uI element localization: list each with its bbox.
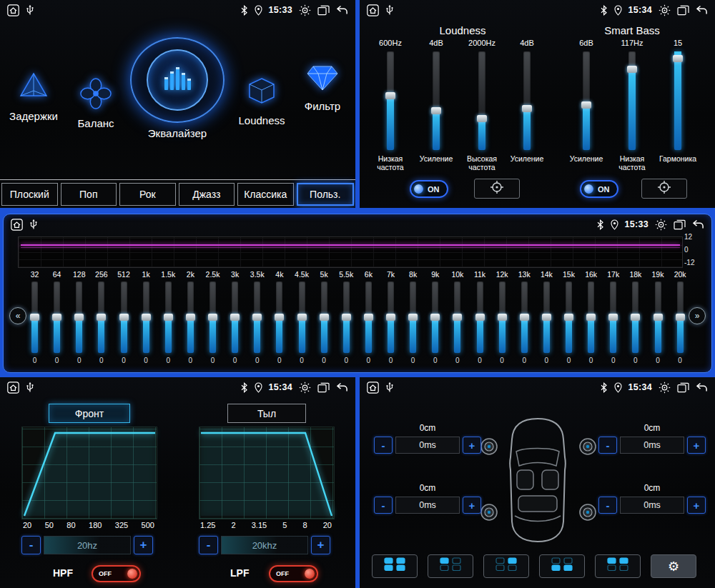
vertical-slider[interactable] — [674, 51, 681, 150]
recents-icon[interactable] — [674, 219, 686, 230]
slider-thumb[interactable] — [52, 314, 61, 321]
eq-band-slider[interactable] — [209, 281, 216, 353]
eq-band-slider[interactable] — [588, 281, 594, 353]
eq-band-slider[interactable] — [365, 281, 372, 353]
delay-minus-button[interactable]: - — [598, 497, 617, 514]
delay-plus-button[interactable]: + — [687, 497, 706, 514]
home-icon[interactable] — [7, 4, 19, 16]
recents-icon[interactable] — [677, 5, 689, 16]
slider-thumb[interactable] — [475, 314, 485, 321]
slider-thumb[interactable] — [364, 314, 373, 321]
slider-thumb[interactable] — [673, 55, 683, 62]
preset-tab-2[interactable]: Рок — [119, 183, 176, 206]
slider-thumb[interactable] — [586, 314, 596, 321]
eq-band-slider[interactable] — [343, 281, 350, 353]
slider-thumb[interactable] — [542, 314, 551, 321]
menu-item-filter[interactable]: Фильтр — [293, 63, 352, 112]
brightness-icon[interactable] — [655, 219, 667, 231]
eq-band-slider[interactable] — [655, 281, 661, 353]
eq-band-slider[interactable] — [410, 281, 416, 353]
home-icon[interactable] — [11, 219, 23, 231]
slider-thumb[interactable] — [408, 314, 418, 321]
delay-minus-button[interactable]: - — [374, 497, 393, 514]
delay-minus-button[interactable]: - — [374, 437, 393, 454]
slider-thumb[interactable] — [164, 314, 173, 321]
position-button-seats-rear[interactable] — [539, 554, 585, 578]
loudness-target-button[interactable] — [474, 179, 520, 199]
lpf-off-toggle[interactable]: OFF — [269, 565, 318, 582]
brightness-icon[interactable] — [659, 4, 671, 16]
hpf-minus-button[interactable]: - — [21, 536, 41, 554]
eq-band-slider[interactable] — [677, 281, 684, 353]
tab-front[interactable]: Фронт — [49, 404, 130, 423]
eq-band-slider[interactable] — [143, 281, 149, 353]
recents-icon[interactable] — [317, 382, 330, 393]
slider-thumb[interactable] — [654, 314, 663, 321]
slider-thumb[interactable] — [522, 105, 532, 112]
delay-plus-button[interactable]: + — [463, 497, 481, 514]
slider-thumb[interactable] — [275, 314, 284, 321]
slider-thumb[interactable] — [386, 314, 395, 321]
position-button-seats-all[interactable] — [372, 554, 418, 578]
menu-item-loudness[interactable]: Loudness — [230, 76, 293, 126]
slider-thumb[interactable] — [477, 115, 487, 122]
slider-thumb[interactable] — [430, 314, 440, 321]
eq-band-slider[interactable] — [254, 281, 260, 353]
back-icon[interactable] — [696, 382, 708, 392]
menu-item-balance[interactable]: Баланс — [66, 77, 126, 129]
lpf-minus-button[interactable]: - — [199, 536, 218, 554]
slider-thumb[interactable] — [119, 314, 129, 321]
slider-thumb[interactable] — [564, 314, 573, 321]
eq-band-slider[interactable] — [566, 281, 572, 353]
vertical-slider[interactable] — [433, 51, 440, 150]
eq-band-slider[interactable] — [454, 281, 460, 353]
hpf-off-toggle[interactable]: OFF — [92, 565, 141, 582]
eq-band-slider[interactable] — [299, 281, 305, 353]
delay-minus-button[interactable]: - — [598, 437, 617, 454]
eq-band-slider[interactable] — [432, 281, 438, 353]
slider-thumb[interactable] — [431, 107, 441, 114]
eq-band-slider[interactable] — [31, 281, 38, 353]
position-button-seat-front-right[interactable] — [483, 554, 529, 578]
menu-item-delays[interactable]: Задержки — [3, 70, 64, 122]
eq-band-slider[interactable] — [187, 281, 194, 353]
vertical-slider[interactable] — [523, 51, 531, 150]
delay-plus-button[interactable]: + — [687, 437, 706, 454]
eq-band-slider[interactable] — [98, 281, 104, 353]
slider-thumb[interactable] — [252, 314, 262, 321]
slider-thumb[interactable] — [608, 314, 618, 321]
slider-thumb[interactable] — [385, 92, 395, 99]
preset-tab-5[interactable]: Польз. — [297, 183, 355, 206]
slider-thumb[interactable] — [342, 314, 351, 321]
preset-tab-0[interactable]: Плоский — [1, 183, 58, 206]
eq-band-slider[interactable] — [610, 281, 616, 353]
eq-band-slider[interactable] — [121, 281, 127, 353]
lpf-plus-button[interactable]: + — [311, 536, 330, 554]
home-icon[interactable] — [367, 382, 379, 394]
eq-band-slider[interactable] — [54, 281, 60, 353]
vertical-slider[interactable] — [387, 51, 394, 150]
eq-band-slider[interactable] — [477, 281, 483, 353]
preset-tab-3[interactable]: Джазз — [179, 183, 235, 206]
brightness-icon[interactable] — [299, 4, 311, 16]
slider-thumb[interactable] — [453, 314, 462, 321]
eq-band-slider[interactable] — [388, 281, 394, 353]
eq-band-slider[interactable] — [543, 281, 550, 353]
smartbass-on-toggle[interactable]: ON — [580, 180, 618, 198]
home-icon[interactable] — [367, 4, 379, 16]
brightness-icon[interactable] — [659, 382, 671, 394]
back-icon[interactable] — [336, 5, 348, 15]
next-page-button[interactable]: » — [689, 307, 706, 324]
slider-thumb[interactable] — [297, 314, 307, 321]
vertical-slider[interactable] — [478, 51, 485, 150]
slider-thumb[interactable] — [230, 314, 240, 321]
eq-band-slider[interactable] — [76, 281, 82, 353]
slider-thumb[interactable] — [627, 66, 637, 73]
prev-page-button[interactable]: « — [9, 307, 26, 324]
preset-tab-1[interactable]: Поп — [61, 183, 117, 206]
slider-thumb[interactable] — [186, 314, 195, 321]
loudness-on-toggle[interactable]: ON — [410, 180, 448, 198]
smartbass-target-button[interactable] — [641, 179, 687, 199]
eq-band-slider[interactable] — [321, 281, 327, 353]
brightness-icon[interactable] — [299, 382, 311, 394]
